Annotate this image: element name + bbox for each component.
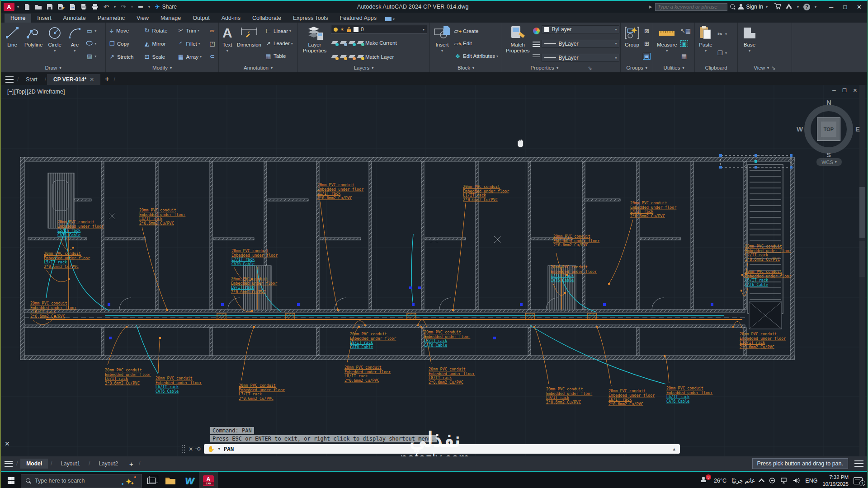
ribbon-tab-insert[interactable]: Insert bbox=[31, 14, 57, 23]
ribbon-tab-output[interactable]: Output bbox=[187, 14, 216, 23]
panel-groups-footer[interactable]: Groups▾ bbox=[621, 63, 653, 72]
linetype-select[interactable]: ByLayer ▾ bbox=[542, 54, 619, 62]
fillet-button[interactable]: ◜Fillet▾ bbox=[177, 38, 207, 49]
panel-view-footer[interactable]: View▾ ⇘ bbox=[738, 63, 792, 72]
ribbon-tab-home[interactable]: Home bbox=[5, 14, 31, 23]
maximize-button[interactable]: □ bbox=[843, 4, 847, 10]
taskbar-search[interactable]: Type here to search ✦✦ bbox=[21, 474, 142, 488]
layout-tab-layout1[interactable]: Layout1 bbox=[55, 459, 86, 469]
layout-tab-layout2[interactable]: Layout2 bbox=[93, 459, 124, 469]
tab-document[interactable]: CP VER-014* ✕ bbox=[47, 74, 100, 85]
status-customize-icon[interactable] bbox=[854, 460, 863, 467]
panel-annotation-footer[interactable]: Annotation▾ bbox=[219, 63, 297, 72]
autodesk-account-icon[interactable] bbox=[785, 3, 793, 10]
ribbon-tab-manage[interactable]: Manage bbox=[155, 14, 187, 23]
temperature[interactable]: 26°C bbox=[714, 478, 726, 484]
sign-in-caret-icon[interactable]: ▾ bbox=[766, 5, 768, 9]
ellipse-icon[interactable] bbox=[85, 41, 93, 47]
mirror-button[interactable]: ◭Mirror bbox=[143, 38, 172, 49]
volume-icon[interactable] bbox=[793, 478, 800, 483]
group-button[interactable]: Group bbox=[623, 24, 641, 63]
tab-start[interactable]: Start bbox=[19, 74, 43, 85]
share-button[interactable]: ✈ Share bbox=[155, 3, 177, 10]
ribbon-tab-add-ins[interactable]: Add-ins bbox=[216, 14, 246, 23]
ribbon-tab-featured-apps[interactable]: Featured Apps bbox=[334, 14, 382, 23]
text-button[interactable]: A Text ▾ bbox=[221, 24, 234, 63]
explode-icon[interactable]: ◰ bbox=[208, 41, 216, 47]
account-caret-icon[interactable]: ▾ bbox=[797, 5, 799, 9]
quick-select-icon[interactable]: ↖▦ bbox=[680, 28, 688, 34]
block-create-button[interactable]: ▱✦Create bbox=[454, 26, 498, 37]
stretch-button[interactable]: ↗Stretch bbox=[108, 52, 138, 62]
save-as-icon[interactable] bbox=[57, 3, 65, 10]
search-icon[interactable] bbox=[730, 4, 736, 9]
move-button[interactable]: ↔↕Move bbox=[108, 25, 138, 36]
lineweight-icon[interactable] bbox=[533, 42, 540, 47]
autocad-app-menu-icon[interactable]: A bbox=[4, 3, 14, 11]
view-dialog-launcher-icon[interactable]: ⇘ bbox=[771, 65, 776, 71]
file-tab-menu-icon[interactable] bbox=[5, 76, 14, 83]
export-icon[interactable] bbox=[69, 3, 76, 10]
toolbar-close-icon[interactable]: ✕ bbox=[5, 440, 10, 447]
panel-block-footer[interactable]: Block▾ bbox=[430, 63, 502, 72]
calculator-icon[interactable]: ▦ bbox=[680, 53, 688, 59]
copy-button[interactable]: ❐Copy bbox=[108, 38, 138, 49]
insert-button[interactable]: Insert ▾ bbox=[432, 24, 452, 63]
command-recent-icon[interactable]: ▲ bbox=[672, 447, 676, 451]
measure-button[interactable]: Measure ▾ bbox=[656, 24, 679, 63]
ribbon-tab-collaborate[interactable]: Collaborate bbox=[246, 14, 287, 23]
network-icon[interactable] bbox=[781, 478, 788, 483]
lineweight-select[interactable]: ByLayer ▾ bbox=[542, 40, 619, 48]
viewport-menu-control[interactable]: [−] bbox=[7, 89, 14, 95]
match-properties-button[interactable]: Match Properties bbox=[505, 24, 531, 63]
copy-clip-icon[interactable]: ❐ bbox=[716, 50, 724, 56]
panel-properties-footer[interactable]: Properties▾ ⇘ bbox=[502, 63, 620, 72]
group-edit-icon[interactable]: ⊞ bbox=[643, 41, 651, 47]
edit-attributes-button[interactable]: ❖Edit Attributes▾ bbox=[454, 51, 498, 61]
task-view-button[interactable] bbox=[142, 472, 161, 488]
command-options-caret-icon[interactable]: ▼ bbox=[217, 447, 221, 451]
qat-customize-caret-icon[interactable]: ▾ bbox=[148, 5, 150, 9]
notification-icon[interactable]: 1 bbox=[854, 477, 863, 484]
print-icon[interactable] bbox=[91, 3, 99, 10]
doc-close-icon[interactable]: ✕ bbox=[853, 88, 857, 94]
ribbon-tab-view[interactable]: View bbox=[131, 14, 155, 23]
cube-west[interactable]: W bbox=[797, 125, 803, 133]
plot-icon[interactable] bbox=[80, 3, 87, 10]
doc-restore-icon[interactable]: ❐ bbox=[842, 88, 847, 94]
search-expand-icon[interactable]: ▶ bbox=[649, 5, 652, 9]
linear-button[interactable]: ⊢Linear▾ bbox=[264, 26, 293, 37]
cube-top-label[interactable]: TOP bbox=[821, 122, 836, 137]
linetype-icon[interactable] bbox=[533, 54, 540, 60]
ribbon-tab-express-tools[interactable]: Express Tools bbox=[287, 14, 334, 23]
command-customize-icon[interactable]: ⚲ bbox=[195, 447, 202, 451]
panel-draw-footer[interactable]: Draw▾ bbox=[1, 63, 105, 72]
close-button[interactable]: ✕ bbox=[857, 4, 862, 10]
command-close-icon[interactable]: ✕ bbox=[189, 446, 193, 452]
cube-south[interactable]: S bbox=[826, 151, 831, 159]
weather-alert-icon[interactable]: 3 bbox=[701, 477, 709, 485]
viewport-view-control[interactable]: [Top] bbox=[14, 89, 26, 95]
start-button[interactable] bbox=[1, 472, 21, 488]
layer-properties-button[interactable]: Layer Properties bbox=[300, 24, 329, 63]
layer-select[interactable]: ☀ 0 ▾ bbox=[331, 25, 427, 34]
ribbon-tab-annotate[interactable]: Annotate bbox=[57, 14, 92, 23]
polyline-button[interactable]: Polyline bbox=[23, 24, 44, 63]
qat-customize-icon[interactable]: ═ bbox=[137, 3, 144, 10]
scale-button[interactable]: ⊡Scale bbox=[143, 52, 172, 62]
wcs-control[interactable]: WCS▾ bbox=[816, 158, 842, 166]
erase-icon[interactable]: ✏ bbox=[208, 28, 216, 34]
new-tab-button[interactable]: + bbox=[101, 74, 113, 85]
autocad-taskbar-button[interactable]: ACAD bbox=[199, 472, 218, 488]
rectangle-caret-icon[interactable]: ▾ bbox=[94, 29, 96, 33]
language-indicator[interactable]: ENG bbox=[805, 478, 817, 484]
undo-caret-icon[interactable]: ▾ bbox=[114, 5, 116, 9]
rotate-button[interactable]: ↻Rotate bbox=[143, 25, 172, 36]
offset-icon[interactable]: ⊂ bbox=[208, 53, 216, 59]
save-icon[interactable] bbox=[46, 3, 53, 10]
make-current-button[interactable]: Make Current bbox=[331, 38, 427, 48]
trim-button[interactable]: ✂Trim▾ bbox=[177, 25, 207, 36]
group-selection-icon[interactable]: ▣ bbox=[643, 53, 651, 60]
view-cube[interactable]: N S W E TOP WCS▾ bbox=[800, 100, 859, 168]
drawing-canvas[interactable]: [−] [Top] [2D Wireframe] ─ ❐ ✕ 20mm PVC … bbox=[1, 85, 867, 456]
